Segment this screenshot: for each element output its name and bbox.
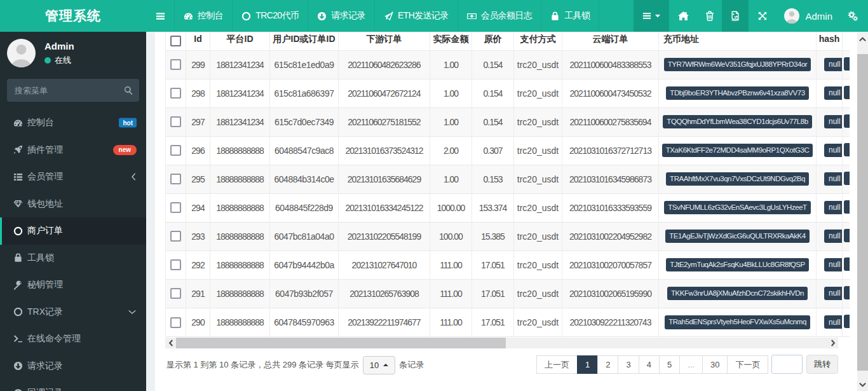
navbar-item-eth-send-records[interactable]: ETH发送记录 bbox=[375, 0, 458, 32]
column-header-cloud-order[interactable]: 云端订单 bbox=[562, 32, 659, 50]
row-checkbox[interactable] bbox=[170, 174, 181, 184]
hash-badge[interactable]: null bbox=[824, 115, 843, 128]
sidebar-toggle-button[interactable] bbox=[146, 0, 174, 32]
column-header-hash[interactable]: hash bbox=[817, 32, 843, 50]
hash-badge[interactable]: null bbox=[824, 201, 843, 214]
page-size-dropdown[interactable]: 10 bbox=[363, 356, 395, 374]
hash-badge[interactable]: null bbox=[824, 258, 843, 271]
row-checkbox[interactable] bbox=[170, 202, 181, 213]
deposit-address-badge[interactable]: TDbj9boER3YTHAbvzPBznw6v41xza8VV73 bbox=[666, 86, 808, 100]
navbar-item-trc20-token[interactable]: TRC20代币 bbox=[233, 0, 308, 32]
sidebar-item-wallet-address[interactable]: 钱包地址 bbox=[0, 191, 146, 218]
page-button-30[interactable]: 30 bbox=[702, 355, 728, 374]
page-ellipsis[interactable]: ... bbox=[679, 355, 703, 374]
column-header-actual-amount[interactable]: 实际金额 bbox=[430, 32, 472, 50]
table-row[interactable]: 293 18888888888 6047bc81a04a0 2021310220… bbox=[166, 222, 850, 250]
row-checkbox[interactable] bbox=[170, 59, 181, 70]
sidebar-search-input[interactable] bbox=[7, 86, 118, 95]
table-row[interactable]: 294 18888888888 6048845f228d9 2021310163… bbox=[166, 193, 850, 222]
table-row[interactable]: 295 18888888888 604884b314c0e 2021310163… bbox=[166, 165, 850, 193]
hash-badge[interactable]: null bbox=[824, 287, 843, 300]
deposit-address-badge[interactable]: TSvNFUMLL6zG32vEnSAevc3LgUsLYHzeeT bbox=[664, 201, 810, 215]
column-header-deposit-address[interactable]: 充币地址 bbox=[659, 32, 817, 50]
deposit-address-badge[interactable]: TJtE2ymTuqAk2sFsqKu4BkLLUc8GR8fQSP bbox=[666, 258, 808, 272]
page-button-2[interactable]: 2 bbox=[597, 355, 618, 374]
table-row[interactable]: 299 18812341234 615c81e1ed0a9 2021106048… bbox=[166, 50, 850, 79]
sidebar-item-request-records[interactable]: 请求记录 bbox=[0, 353, 146, 380]
vertical-scrollbar-thumb[interactable] bbox=[857, 54, 868, 371]
column-header-user-order-id[interactable]: 用户ID或订单ID bbox=[270, 32, 339, 50]
row-checkbox[interactable] bbox=[170, 116, 181, 127]
list-dropdown-button[interactable] bbox=[634, 0, 669, 32]
settings-button[interactable] bbox=[840, 0, 865, 32]
deposit-address-badge[interactable]: TXaK6KtdFF2e72MDD4saMM9oRP1QXotG3C bbox=[662, 144, 813, 158]
sidebar-item-online-command-management[interactable]: 在线命令管理 bbox=[0, 326, 146, 353]
row-checkbox[interactable] bbox=[170, 231, 181, 242]
page-jump-input[interactable] bbox=[771, 355, 803, 374]
sidebar-item-dashboard[interactable]: 控制台 hot bbox=[0, 109, 146, 137]
app-logo[interactable]: 管理系统 bbox=[0, 0, 146, 32]
column-header-id[interactable]: Id bbox=[186, 32, 210, 50]
user-menu[interactable]: Admin bbox=[776, 0, 840, 32]
table-row[interactable]: 296 18888888888 60488547c9ac8 2021310163… bbox=[166, 136, 850, 165]
hash-badge[interactable]: null bbox=[824, 86, 843, 100]
sidebar-user-status[interactable]: 在线 bbox=[44, 55, 71, 66]
fullscreen-button[interactable] bbox=[749, 0, 776, 32]
navbar-item-tool-lock[interactable]: 工具锁 bbox=[541, 0, 599, 32]
navbar-item-request-records[interactable]: 请求记录 bbox=[308, 0, 375, 32]
deposit-address-badge[interactable]: TRAAhftMxX7vu3qn7VxsDCzUt9NDGvq2Bq bbox=[666, 172, 809, 186]
scroll-right-arrow[interactable] bbox=[827, 338, 838, 349]
table-row[interactable]: 291 18888888888 6047b93b2f057 2021310265… bbox=[166, 279, 850, 308]
row-checkbox[interactable] bbox=[170, 145, 181, 156]
next-page-button[interactable]: 下一页 bbox=[727, 355, 768, 374]
scroll-down-arrow[interactable] bbox=[857, 379, 868, 390]
page-button-5[interactable]: 5 bbox=[659, 355, 680, 374]
deposit-address-badge[interactable]: TQQQhmDdYfLbmWea38CYD1dcjs6Uv77L8b bbox=[663, 115, 811, 129]
hash-badge[interactable]: null bbox=[824, 58, 843, 71]
row-checkbox[interactable] bbox=[170, 317, 181, 328]
horizontal-scrollbar-thumb[interactable] bbox=[176, 338, 506, 349]
navbar-item-member-balance-log[interactable]: 会员余额日志 bbox=[458, 0, 541, 32]
hash-badge[interactable]: null bbox=[824, 144, 843, 157]
hash-badge[interactable]: null bbox=[824, 315, 843, 329]
hash-badge[interactable]: null bbox=[824, 172, 843, 186]
sidebar-item-callback-records[interactable]: 回调记录 bbox=[0, 380, 146, 391]
column-header-platform-id[interactable]: 平台ID bbox=[210, 32, 270, 50]
deposit-address-badge[interactable]: TKKFw3nrUA8jXMuAfzhDcnC72skikhHVDn bbox=[667, 287, 808, 301]
clear-cache-button[interactable] bbox=[722, 0, 749, 32]
row-checkbox[interactable] bbox=[170, 88, 181, 99]
scroll-left-arrow[interactable] bbox=[165, 338, 176, 349]
sidebar-item-merchant-orders[interactable]: 商户订单 bbox=[0, 217, 146, 245]
column-header-original-price[interactable]: 原价 bbox=[472, 32, 514, 50]
vertical-scrollbar[interactable] bbox=[857, 32, 868, 391]
row-checkbox[interactable] bbox=[170, 288, 181, 299]
page-button-3[interactable]: 3 bbox=[618, 355, 639, 374]
page-button-4[interactable]: 4 bbox=[639, 355, 660, 374]
horizontal-scrollbar[interactable] bbox=[165, 338, 838, 349]
sidebar-item-member-management[interactable]: 会员管理 bbox=[0, 163, 146, 191]
sidebar-item-secret-key-management[interactable]: 秘钥管理 bbox=[0, 271, 146, 299]
column-header-downstream-order[interactable]: 下游订单 bbox=[339, 32, 430, 50]
scroll-up-arrow[interactable] bbox=[857, 34, 868, 45]
sidebar-item-plugin-management[interactable]: 插件管理 new bbox=[0, 137, 146, 164]
navbar-item-dashboard[interactable]: 控制台 bbox=[174, 0, 233, 32]
page-jump-button[interactable]: 跳转 bbox=[806, 355, 838, 374]
search-button[interactable] bbox=[118, 79, 139, 102]
trash-button[interactable] bbox=[697, 0, 722, 32]
table-row[interactable]: 290 18888888888 6047845970963 2021392221… bbox=[166, 308, 850, 336]
sidebar-item-trx-records[interactable]: TRX记录 bbox=[0, 299, 146, 326]
select-all-checkbox[interactable] bbox=[170, 36, 181, 46]
deposit-address-badge[interactable]: TE1AgEJivTjWzXdGicG6uQULTRXRkaAkK4 bbox=[665, 230, 810, 244]
table-row[interactable]: 292 18888888888 6047b94442b0a 2021310276… bbox=[166, 250, 850, 279]
home-button[interactable] bbox=[669, 0, 697, 32]
deposit-address-badge[interactable]: TYR7WfRWm6WeV351GfqjxUJ88YPRrD34or bbox=[664, 58, 811, 72]
page-button-1[interactable]: 1 bbox=[577, 355, 598, 374]
prev-page-button[interactable]: 上一页 bbox=[536, 355, 578, 374]
deposit-address-badge[interactable]: TRah5dENSprsVtyeh5HeoFVXwXs5uMcnmq bbox=[665, 315, 810, 329]
column-header-pay-method[interactable]: 支付方式 bbox=[514, 32, 562, 50]
table-row[interactable]: 297 18812341234 615c7d0ec7349 2021106027… bbox=[166, 107, 850, 136]
row-checkbox[interactable] bbox=[170, 259, 181, 270]
table-row[interactable]: 298 18812341234 615c81a686397 2021106047… bbox=[166, 79, 850, 107]
hash-badge[interactable]: null bbox=[824, 230, 843, 243]
sidebar-item-tool-lock[interactable]: 工具锁 bbox=[0, 245, 146, 272]
